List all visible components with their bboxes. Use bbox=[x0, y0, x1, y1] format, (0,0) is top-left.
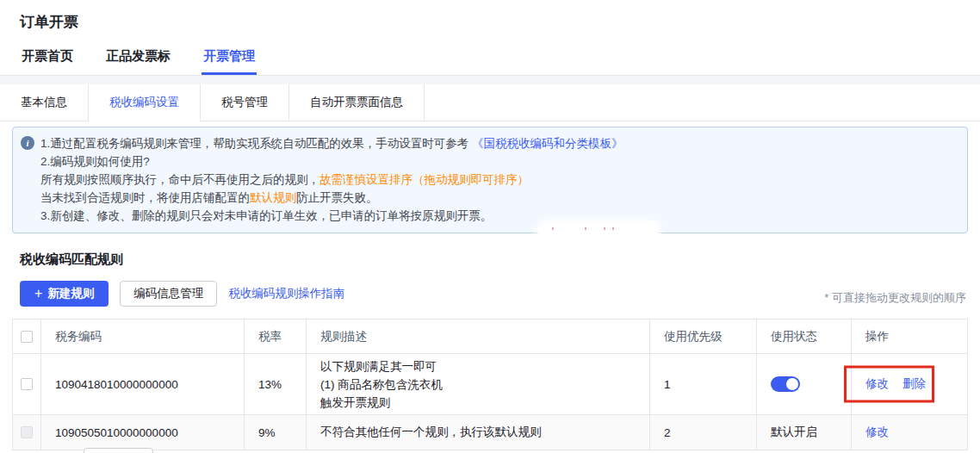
tab-invoice-management[interactable]: 开票管理 bbox=[202, 40, 257, 75]
page-title: 订单开票 bbox=[20, 12, 960, 32]
table-row: 1090418010000000000 13% 以下规则满足其一即可 (1) 商… bbox=[13, 354, 967, 415]
tax-code-value: 1090418010000000000 bbox=[41, 354, 245, 414]
edit-rule-link[interactable]: 修改 bbox=[865, 376, 889, 392]
subtab-tax-code-settings[interactable]: 税收编码设置 bbox=[89, 84, 201, 121]
tax-rate-value: 9% bbox=[245, 415, 307, 450]
drag-order-hint: * 可直接拖动更改规则的顺序 bbox=[824, 290, 966, 307]
status-default-on: 默认开启 bbox=[757, 415, 852, 450]
delete-rule-link[interactable]: 删除 bbox=[902, 376, 926, 392]
tax-rate-value: 13% bbox=[245, 354, 307, 414]
table-row: 1090505010000000000 9% 不符合其他任何一个规则，执行该默认… bbox=[13, 415, 967, 450]
main-content: i 1.通过配置税务编码规则来管理，帮助实现系统自动匹配的效果，手动设置时可参考… bbox=[0, 121, 980, 450]
info-icon: i bbox=[21, 136, 34, 150]
rule-guide-link[interactable]: 税收编码规则操作指南 bbox=[228, 286, 344, 301]
tab-invoice-home[interactable]: 开票首页 bbox=[20, 40, 75, 75]
row-checkbox-disabled bbox=[21, 426, 33, 438]
toggle-knob bbox=[786, 378, 798, 390]
notice-box: i 1.通过配置税务编码规则来管理，帮助实现系统自动匹配的效果，手动设置时可参考… bbox=[12, 127, 968, 233]
notice-line-4: 当未找到合适规则时，将使用店铺配置的默认规则防止开票失败。 bbox=[40, 189, 953, 207]
edit-rule-link[interactable]: 修改 bbox=[865, 425, 889, 440]
priority-value: 2 bbox=[650, 415, 757, 450]
sub-tab-bar: 基本信息 税收编码设置 税号管理 自动开票票面信息 bbox=[0, 84, 980, 121]
subtab-basic-info[interactable]: 基本信息 bbox=[0, 84, 89, 121]
sort-warning-text: 故需谨慎设置排序（拖动规则即可排序） bbox=[319, 173, 529, 186]
notice-line-5: 3.新创建、修改、删除的规则只会对未申请的订单生效，已申请的订单将按原规则开票。 bbox=[40, 207, 953, 225]
create-rule-button[interactable]: + 新建规则 bbox=[20, 281, 109, 307]
pagination-button-partial[interactable] bbox=[84, 448, 153, 453]
header-tax-code: 税务编码 bbox=[41, 320, 245, 353]
tax-code-value: 1090505010000000000 bbox=[41, 415, 245, 450]
plus-icon: + bbox=[34, 286, 42, 301]
tax-code-rules-table: 税务编码 税率 规则描述 使用优先级 使用状态 操作 1090418010000… bbox=[12, 319, 968, 450]
notice-line-3: 所有规则按照顺序执行，命中后不再使用之后的规则，故需谨慎设置排序（拖动规则即可排… bbox=[40, 171, 953, 189]
header-status: 使用状态 bbox=[757, 320, 852, 353]
row-checkbox[interactable] bbox=[21, 378, 33, 390]
subtab-tax-number-management[interactable]: 税号管理 bbox=[201, 84, 289, 121]
subtab-auto-invoice-info[interactable]: 自动开票票面信息 bbox=[289, 84, 425, 121]
header-rule-desc: 规则描述 bbox=[307, 320, 650, 353]
divider-strip bbox=[0, 76, 980, 84]
code-info-manage-button[interactable]: 编码信息管理 bbox=[120, 281, 217, 307]
notice-line-2: 2.编码规则如何使用? bbox=[40, 152, 953, 171]
page-header: 订单开票 bbox=[0, 0, 980, 40]
header-operations: 操作 bbox=[852, 320, 967, 353]
tab-genuine-invoice-label[interactable]: 正品发票标 bbox=[104, 40, 172, 75]
rule-description: 以下规则满足其一即可 (1) 商品名称包含洗衣机 触发开票规则 bbox=[320, 354, 443, 415]
table-header-row: 税务编码 税率 规则描述 使用优先级 使用状态 操作 bbox=[13, 320, 967, 354]
toolbar: + 新建规则 编码信息管理 税收编码规则操作指南 * 可直接拖动更改规则的顺序 bbox=[20, 281, 968, 307]
notice-line-1: 1.通过配置税务编码规则来管理，帮助实现系统自动匹配的效果，手动设置时可参考 《… bbox=[40, 134, 953, 152]
priority-value: 1 bbox=[650, 354, 757, 414]
tax-code-template-link[interactable]: 《国税税收编码和分类模板》 bbox=[472, 137, 623, 150]
redaction-patch bbox=[540, 224, 657, 239]
rule-description: 不符合其他任何一个规则，执行该默认规则 bbox=[307, 415, 650, 450]
select-all-checkbox[interactable] bbox=[21, 331, 33, 343]
primary-tab-bar: 开票首页 正品发票标 开票管理 bbox=[0, 40, 980, 76]
status-toggle-on[interactable] bbox=[771, 376, 800, 392]
header-tax-rate: 税率 bbox=[245, 320, 307, 353]
default-rule-text: 默认规则 bbox=[250, 191, 296, 204]
section-title: 税收编码匹配规则 bbox=[20, 251, 968, 268]
header-priority: 使用优先级 bbox=[650, 320, 757, 353]
